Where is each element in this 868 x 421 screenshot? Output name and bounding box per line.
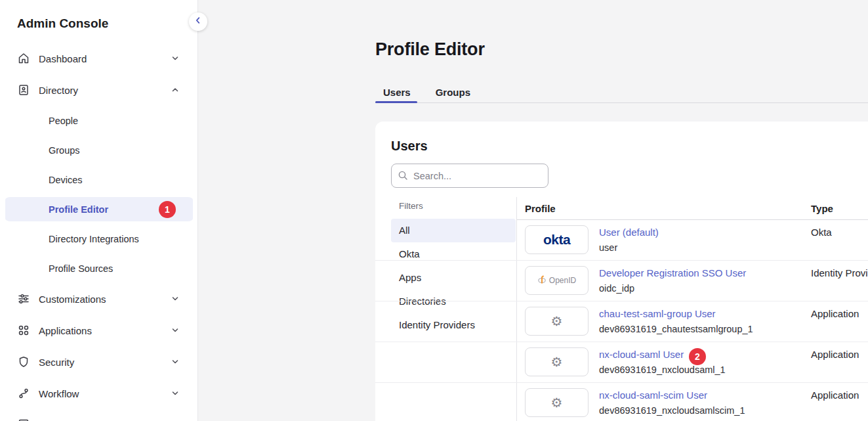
sidebar-item-workflow[interactable]: Workflow xyxy=(0,378,198,409)
sidebar: Admin Console DashboardDirectoryPeopleGr… xyxy=(0,0,198,421)
search-input[interactable] xyxy=(391,164,548,188)
sidebar-item-label: Devices xyxy=(49,175,83,185)
app-title: Admin Console xyxy=(17,16,108,31)
sidebar-item-label: Security xyxy=(39,357,74,368)
sidebar-item-label: Profile Editor xyxy=(49,204,108,215)
table-row: ⚙nx-cloud-saml-scim Userdev86931619_nxcl… xyxy=(375,383,868,421)
annotation-badge: 1 xyxy=(159,201,176,218)
profile-type: Application xyxy=(811,308,859,319)
chevron-down-icon xyxy=(170,388,180,399)
chevron-down-icon xyxy=(170,325,180,336)
sidebar-item-label: Applications xyxy=(39,325,92,336)
chevron-down-icon xyxy=(170,53,180,64)
chevron-up-icon xyxy=(170,85,180,95)
search-box xyxy=(391,164,548,188)
sidebar-item-dashboard[interactable]: Dashboard xyxy=(0,43,198,74)
reports-icon xyxy=(17,418,30,421)
sidebar-item-groups[interactable]: Groups xyxy=(0,135,198,165)
apps-grid-icon xyxy=(17,324,30,337)
tab-groups[interactable]: Groups xyxy=(428,83,478,102)
search-icon xyxy=(398,170,409,181)
profile-type: Application xyxy=(811,349,859,360)
sidebar-item-customizations[interactable]: Customizations xyxy=(0,283,198,315)
chevron-down-icon xyxy=(170,294,180,304)
panel-title: Users xyxy=(391,139,428,154)
sidebar-item-profile-editor[interactable]: Profile Editor1 xyxy=(5,194,193,224)
gear-icon: ⚙ xyxy=(525,388,589,417)
sidebar-item-directory[interactable]: Directory xyxy=(0,74,198,106)
annotation-badge: 2 xyxy=(689,348,706,365)
sidebar-item-label: Directory xyxy=(39,85,78,96)
filters-label: Filters xyxy=(399,201,423,211)
active-tab-underline xyxy=(375,101,417,103)
profile-table: oktaUser (default)userOktaOpenIDDevelope… xyxy=(375,220,868,421)
tab-divider xyxy=(375,102,868,103)
sidebar-item-people[interactable]: People xyxy=(0,106,198,135)
page-title: Profile Editor xyxy=(375,39,485,60)
profile-type: Okta xyxy=(811,227,832,238)
column-header-type: Type xyxy=(811,203,833,214)
profile-type: Identity Provider xyxy=(811,267,868,278)
sidebar-item-label: Workflow xyxy=(39,388,79,399)
gear-icon: ⚙ xyxy=(525,307,589,336)
shield-icon xyxy=(17,355,30,368)
table-row: oktaUser (default)userOkta xyxy=(375,220,868,261)
gear-icon: ⚙ xyxy=(551,315,563,328)
profile-subtitle: dev86931619_nxcloudsamlscim_1 xyxy=(599,405,745,416)
openid-mark-icon xyxy=(537,275,547,287)
sidebar-nav: DashboardDirectoryPeopleGroupsDevicesPro… xyxy=(0,43,198,421)
profile-link[interactable]: User (default) xyxy=(599,227,659,238)
profile-subtitle: dev86931619_chautestsamlgroup_1 xyxy=(599,324,753,334)
sidebar-item-label: Directory Integrations xyxy=(49,234,139,244)
sidebar-item-label: People xyxy=(49,116,78,126)
sidebar-item-applications[interactable]: Applications xyxy=(0,315,198,346)
profile-link[interactable]: chau-test-saml-group User xyxy=(599,308,716,319)
sidebar-item-label: Customizations xyxy=(39,294,106,305)
sidebar-item-directory-integrations[interactable]: Directory Integrations xyxy=(0,224,198,254)
table-row: OpenIDDeveloper Registration SSO Useroid… xyxy=(375,261,868,301)
openid-logo-text: OpenID xyxy=(549,276,576,285)
chevron-left-icon xyxy=(194,16,203,28)
sidebar-item-item[interactable] xyxy=(0,409,198,421)
sliders-icon xyxy=(17,292,30,305)
gear-icon: ⚙ xyxy=(551,355,563,368)
okta-logo: okta xyxy=(525,225,589,254)
chevron-down-icon xyxy=(170,357,180,367)
openid-logo: OpenID xyxy=(525,266,589,295)
workflow-icon xyxy=(17,387,30,400)
profile-type: Application xyxy=(811,389,859,401)
profile-link[interactable]: nx-cloud-saml-scim User xyxy=(599,389,707,401)
directory-icon xyxy=(17,83,30,97)
tab-bar: Users Groups xyxy=(375,83,478,102)
table-row: ⚙chau-test-saml-group Userdev86931619_ch… xyxy=(375,301,868,342)
gear-icon: ⚙ xyxy=(551,396,563,409)
users-panel: Users Filters AllOktaAppsDirectoriesIden… xyxy=(375,122,868,421)
profile-link[interactable]: Developer Registration SSO User xyxy=(599,267,746,278)
home-icon xyxy=(17,52,30,65)
table-row: ⚙nx-cloud-saml Userdev86931619_nxcloudsa… xyxy=(375,342,868,383)
sidebar-collapse-button[interactable] xyxy=(189,12,207,31)
column-header-profile: Profile xyxy=(525,203,556,214)
openid-logo: OpenID xyxy=(537,275,576,287)
sidebar-item-devices[interactable]: Devices xyxy=(0,165,198,194)
tab-users[interactable]: Users xyxy=(375,83,419,102)
profile-link[interactable]: nx-cloud-saml User xyxy=(599,349,684,360)
sidebar-item-profile-sources[interactable]: Profile Sources xyxy=(0,254,198,283)
gear-icon: ⚙ xyxy=(525,347,589,376)
sidebar-item-label: Groups xyxy=(49,145,80,156)
sidebar-item-label: Dashboard xyxy=(39,53,87,64)
profile-subtitle: oidc_idp xyxy=(599,283,634,294)
sidebar-item-security[interactable]: Security xyxy=(0,346,198,378)
profile-subtitle: user xyxy=(599,242,617,253)
sidebar-item-label: Profile Sources xyxy=(49,263,113,274)
profile-subtitle: dev86931619_nxcloudsaml_1 xyxy=(599,365,726,375)
okta-logo-text: okta xyxy=(543,232,570,248)
